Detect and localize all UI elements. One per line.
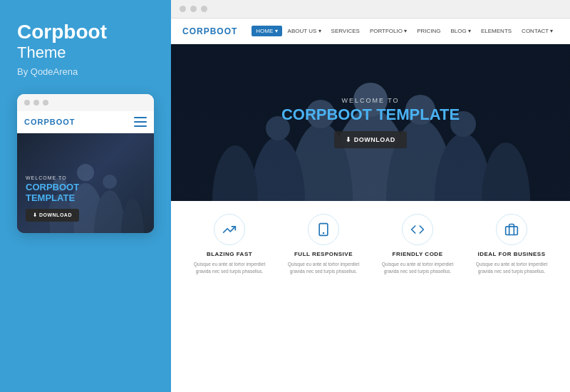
hamburger-line-1 <box>134 117 147 118</box>
website-preview: CORPBOOT HOME ▾ABOUT US ▾SERVICESPORTFOL… <box>171 19 570 392</box>
feature-item-2: FRIENDLY CODEQuisque eu ante at tortor i… <box>370 214 465 379</box>
svg-point-13 <box>212 145 258 201</box>
hero-main-title: CORPBOOT TEMPLATE <box>281 107 460 123</box>
nav-item-elements[interactable]: ELEMENTS <box>477 26 516 36</box>
hamburger-line-3 <box>134 125 147 127</box>
feature-item-0: BLAZING FASTQuisque eu ante at tortor im… <box>182 214 276 379</box>
mobile-dot-1 <box>24 100 30 105</box>
svg-point-14 <box>482 143 530 201</box>
mobile-hero-section: WELCOME TO CORPBOOT TEMPLATE ⬇ DOWNLOAD <box>17 133 154 233</box>
nav-item-blog[interactable]: BLOG ▾ <box>447 26 475 36</box>
browser-chrome <box>171 0 570 19</box>
mobile-dot-3 <box>43 100 48 105</box>
nav-item-pricing[interactable]: PRICING <box>413 26 445 36</box>
hamburger-line-2 <box>134 121 147 123</box>
mobile-download-button[interactable]: ⬇ DOWNLOAD <box>26 209 79 222</box>
mobile-hero-title: CORPBOOT TEMPLATE <box>26 182 145 203</box>
browser-dot-1 <box>180 6 186 12</box>
feature-title-2: FRIENDLY CODE <box>393 251 443 257</box>
browser-dot-3 <box>201 6 207 12</box>
feature-icon-0 <box>214 214 245 245</box>
mobile-preview-card: CORPBOOT WELCOME TO <box>17 94 154 233</box>
feature-item-3: IDEAL FOR BUSINESSQuisque eu ante at tor… <box>465 214 559 379</box>
hero-title-white: CORPBOOT <box>281 105 372 123</box>
feature-title-0: BLAZING FAST <box>207 251 252 257</box>
nav-item-home[interactable]: HOME ▾ <box>252 26 281 36</box>
feature-item-1: FULL RESPONSIVEQuisque eu ante at tortor… <box>276 214 370 379</box>
hero-content: WELCOME TO CORPBOOT TEMPLATE ⬇ DOWNLOAD <box>281 97 460 148</box>
nav-items: HOME ▾ABOUT US ▾SERVICESPORTFOLIO ▾PRICI… <box>252 26 557 36</box>
browser-dot-2 <box>190 6 197 12</box>
hero-title-blue: TEMPLATE <box>376 105 460 123</box>
nav-item-contact[interactable]: CONTACT ▾ <box>517 26 557 36</box>
nav-item-about-us[interactable]: ABOUT US ▾ <box>284 26 326 36</box>
mobile-nav-logo: CORPBOOT <box>24 118 76 126</box>
features-section: BLAZING FASTQuisque eu ante at tortor im… <box>171 201 570 392</box>
website-nav: CORPBOOT HOME ▾ABOUT US ▾SERVICESPORTFOL… <box>171 19 570 44</box>
right-panel: CORPBOOT HOME ▾ABOUT US ▾SERVICESPORTFOL… <box>171 0 570 392</box>
feature-desc-0: Quisque eu ante at tortor imperdiet grav… <box>188 261 271 275</box>
left-panel: Corpboot Theme By QodeArena CORPBOOT <box>0 0 171 392</box>
feature-icon-3 <box>496 214 527 245</box>
brand-by: By QodeArena <box>17 66 154 77</box>
feature-desc-2: Quisque eu ante at tortor imperdiet grav… <box>376 261 459 275</box>
mobile-hero-sub: WELCOME TO <box>26 175 145 180</box>
website-hero: WELCOME TO CORPBOOT TEMPLATE ⬇ DOWNLOAD <box>171 44 570 201</box>
mobile-dot-2 <box>33 100 39 105</box>
feature-icon-1 <box>308 214 339 245</box>
feature-title-3: IDEAL FOR BUSINESS <box>477 251 545 257</box>
nav-item-portfolio[interactable]: PORTFOLIO ▾ <box>366 26 411 36</box>
hero-sub-text: WELCOME TO <box>281 97 460 104</box>
feature-icon-2 <box>402 214 433 245</box>
feature-desc-3: Quisque eu ante at tortor imperdiet grav… <box>470 261 553 275</box>
hamburger-icon[interactable] <box>134 117 147 127</box>
brand-theme: Theme <box>17 43 154 62</box>
mobile-hero-title-white: CORPBOOT <box>26 182 79 192</box>
mobile-nav: CORPBOOT <box>17 111 154 133</box>
mobile-hero-content: WELCOME TO CORPBOOT TEMPLATE ⬇ DOWNLOAD <box>26 175 145 222</box>
feature-desc-1: Quisque eu ante at tortor imperdiet grav… <box>282 261 365 275</box>
svg-rect-22 <box>506 227 518 235</box>
brand-name: Corpboot <box>17 21 154 43</box>
mobile-chrome-header <box>17 94 154 111</box>
mobile-hero-title-blue: TEMPLATE <box>26 192 75 203</box>
nav-item-services[interactable]: SERVICES <box>327 26 364 36</box>
website-nav-logo: CORPBOOT <box>182 26 237 36</box>
feature-title-1: FULL RESPONSIVE <box>294 251 353 257</box>
hero-download-button[interactable]: ⬇ DOWNLOAD <box>334 131 407 148</box>
